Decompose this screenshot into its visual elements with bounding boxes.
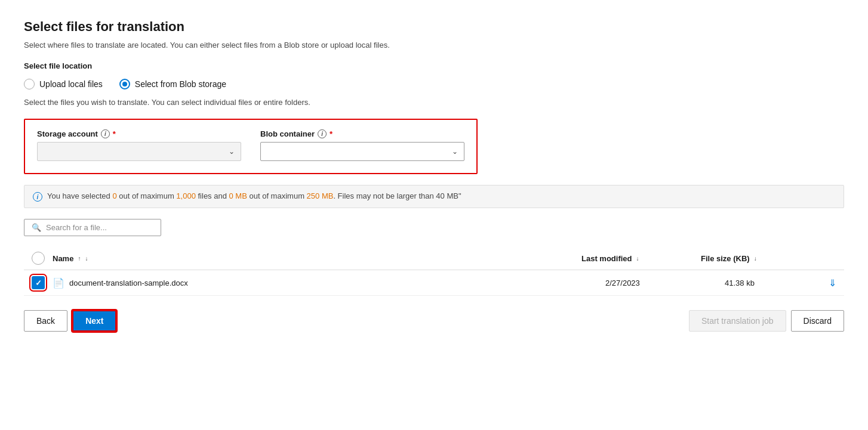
helper-text: Select the files you wish to translate. … — [24, 98, 844, 107]
storage-account-field: Storage account i * ⌄ — [37, 129, 241, 161]
blob-container-label-text: Blob container — [260, 129, 315, 138]
name-sort-asc-icon[interactable]: ↑ — [78, 255, 81, 262]
row-name-cell: 📄 document-translation-sample.docx — [53, 277, 605, 289]
storage-account-info-icon[interactable]: i — [101, 129, 110, 138]
file-size-header-label: File size (KB) — [701, 254, 750, 263]
section-label: Select file location — [24, 61, 844, 70]
footer: Back Next Start translation job Discard — [24, 310, 844, 332]
row-last-modified: 2/27/2023 — [605, 279, 725, 287]
selected-mb-count: 0 MB — [229, 191, 247, 200]
storage-account-label: Storage account i * — [37, 129, 241, 138]
file-name: document-translation-sample.docx — [69, 279, 188, 287]
search-icon: 🔍 — [32, 223, 41, 232]
selected-files-count: 0 — [112, 191, 116, 200]
name-header-label: Name — [53, 254, 73, 263]
table-header-last-modified[interactable]: Last modified ↓ — [581, 254, 701, 263]
discard-button[interactable]: Discard — [791, 310, 844, 332]
max-mb-count: 250 MB — [307, 191, 334, 200]
table-row: 📄 document-translation-sample.docx 2/27/… — [24, 270, 844, 296]
radio-filled-circle — [119, 79, 130, 89]
search-box[interactable]: 🔍 Search for a file... — [24, 219, 161, 236]
blob-container-required: * — [330, 129, 333, 138]
page-title: Select files for translation — [24, 19, 844, 35]
storage-account-dropdown[interactable]: ⌄ — [37, 142, 241, 161]
row-file-size: 41.38 kb — [725, 279, 820, 287]
table-header: Name ↑ ↓ Last modified ↓ File size (KB) … — [24, 247, 844, 270]
back-button[interactable]: Back — [24, 310, 67, 332]
blob-container-field: Blob container i * ⌄ — [260, 129, 464, 161]
fields-container: Storage account i * ⌄ Blob container i *… — [24, 119, 478, 174]
blob-container-info-icon[interactable]: i — [318, 129, 327, 138]
blob-container-dropdown[interactable]: ⌄ — [260, 142, 464, 161]
footer-right: Start translation job Discard — [689, 310, 844, 332]
storage-account-label-text: Storage account — [37, 129, 98, 138]
start-translation-button: Start translation job — [689, 310, 786, 332]
next-button[interactable]: Next — [72, 310, 116, 332]
page-subtitle: Select where files to translate are loca… — [24, 41, 844, 50]
file-location-radio-group: Upload local files Select from Blob stor… — [24, 79, 844, 89]
radio-upload-local[interactable]: Upload local files — [24, 79, 103, 89]
radio-blob-storage-label: Select from Blob storage — [135, 79, 226, 89]
table-header-name[interactable]: Name ↑ ↓ — [53, 254, 581, 263]
info-banner-icon: i — [33, 192, 42, 202]
info-banner-text: You have selected 0 out of maximum 1,000… — [47, 191, 461, 200]
row-download-col: ⇓ — [820, 277, 844, 289]
blob-container-label: Blob container i * — [260, 129, 464, 138]
row-checkbox-col — [24, 276, 53, 289]
download-icon[interactable]: ⇓ — [829, 278, 836, 288]
storage-account-required: * — [113, 129, 116, 138]
table-header-checkbox-col — [24, 252, 53, 265]
blob-container-chevron-icon: ⌄ — [452, 147, 458, 156]
last-modified-header-label: Last modified — [581, 254, 632, 263]
info-banner: i You have selected 0 out of maximum 1,0… — [24, 185, 844, 208]
radio-empty-circle — [24, 79, 35, 89]
table-header-file-size[interactable]: File size (KB) ↓ — [701, 254, 820, 263]
storage-account-chevron-icon: ⌄ — [229, 147, 235, 156]
table-header-select-all[interactable] — [32, 252, 45, 265]
file-doc-icon: 📄 — [53, 277, 64, 289]
radio-blob-storage[interactable]: Select from Blob storage — [119, 79, 226, 89]
name-sort-desc-icon[interactable]: ↓ — [85, 255, 88, 262]
last-modified-sort-icon[interactable]: ↓ — [636, 255, 639, 262]
max-files-count: 1,000 — [176, 191, 196, 200]
row-checkbox[interactable] — [32, 276, 45, 289]
search-placeholder: Search for a file... — [46, 223, 107, 232]
radio-upload-local-label: Upload local files — [39, 79, 103, 89]
file-size-sort-icon[interactable]: ↓ — [754, 255, 757, 262]
